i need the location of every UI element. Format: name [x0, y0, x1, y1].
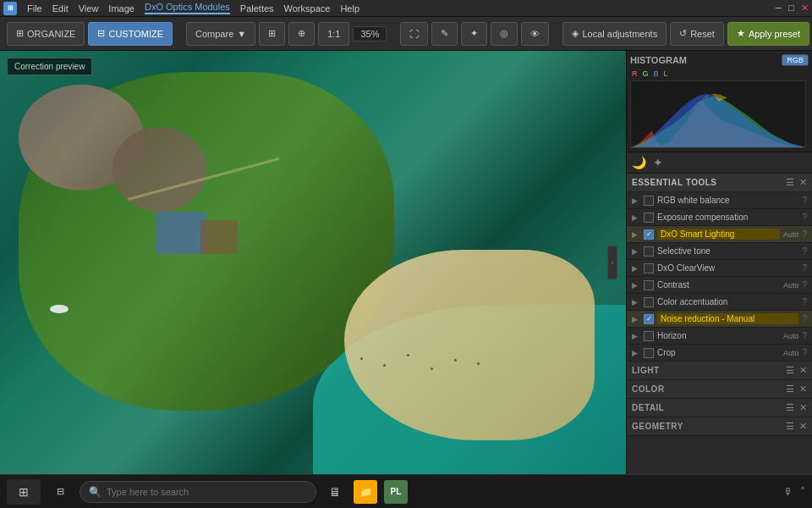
- tool-crop[interactable]: ▶ Crop Auto ?: [627, 345, 812, 362]
- tool-horizon[interactable]: ▶ Horizon Auto ?: [627, 328, 812, 345]
- mic-icon[interactable]: 🎙: [783, 486, 793, 498]
- tool-clearview[interactable]: ▶ DxO ClearView ?: [627, 260, 812, 277]
- tool-label-contrast: Contrast: [657, 280, 780, 290]
- menu-file[interactable]: File: [27, 3, 42, 14]
- help-rgb-wb[interactable]: ?: [802, 196, 807, 205]
- category-light[interactable]: LIGHT ☰ ✕: [627, 362, 812, 380]
- expand-icon-color-acc: ▶: [632, 298, 642, 306]
- window-close[interactable]: ✕: [801, 3, 809, 14]
- hist-b-label[interactable]: B: [654, 69, 659, 78]
- category-color[interactable]: COLOR ☰ ✕: [627, 380, 812, 399]
- tool-smart-lighting[interactable]: ▶ DxO Smart Lighting Auto ?: [627, 226, 812, 243]
- view-mode-btn[interactable]: 👁: [521, 22, 549, 46]
- start-button[interactable]: ⊞: [7, 479, 41, 505]
- straighten-tool[interactable]: ✎: [431, 22, 458, 46]
- help-contrast[interactable]: ?: [802, 280, 807, 290]
- checkbox-clearview[interactable]: [644, 263, 654, 273]
- help-clearview[interactable]: ?: [802, 263, 807, 273]
- tool-exposure[interactable]: ▶ Exposure compensation ?: [627, 209, 812, 226]
- geometry-menu-icon[interactable]: ☰: [786, 421, 794, 432]
- checkbox-smart-lighting[interactable]: [644, 229, 654, 240]
- toolbar: ⊞ ORGANIZE ⊟ CUSTOMIZE Compare ▼ ⊞ ⊕ 1:1…: [0, 17, 812, 51]
- crop-tool[interactable]: ⛶: [400, 22, 428, 46]
- category-geometry-label: GEOMETRY: [632, 422, 683, 431]
- windows-icon: ⊞: [19, 485, 29, 499]
- reset-button[interactable]: ↺ Reset: [670, 22, 724, 46]
- tool-contrast[interactable]: ▶ Contrast Auto ?: [627, 277, 812, 294]
- histogram-title: HISTOGRAM: [630, 55, 687, 65]
- detail-menu-icon[interactable]: ☰: [786, 402, 794, 413]
- menu-edit[interactable]: Edit: [52, 3, 69, 14]
- checkbox-contrast[interactable]: [644, 280, 654, 290]
- sun-icon[interactable]: ✦: [653, 156, 663, 169]
- checkbox-exposure[interactable]: [644, 213, 654, 223]
- color-menu-icon[interactable]: ☰: [786, 384, 794, 395]
- menu-image[interactable]: Image: [108, 3, 134, 14]
- hist-g-label[interactable]: G: [643, 69, 649, 78]
- zoom-percent[interactable]: 35%: [353, 26, 387, 41]
- correction-preview-btn[interactable]: Correction preview: [7, 58, 92, 75]
- section-menu-icon[interactable]: ☰: [786, 177, 794, 188]
- tool-noise-reduction[interactable]: ▶ Noise reduction - Manual ?: [627, 311, 812, 328]
- help-sel-tone[interactable]: ?: [802, 246, 807, 256]
- tool-selective-tone[interactable]: ▶ Selective tone ?: [627, 243, 812, 260]
- local-adjustments-button[interactable]: ◈ Local adjustments: [562, 22, 667, 46]
- repair-tool[interactable]: ✦: [461, 22, 487, 46]
- task-view-button[interactable]: ⊟: [47, 479, 73, 505]
- checkbox-sel-tone[interactable]: [644, 246, 654, 257]
- category-geometry[interactable]: GEOMETRY ☰ ✕: [627, 417, 812, 436]
- help-noise[interactable]: ?: [802, 314, 807, 323]
- taskbar-app-monitor[interactable]: 🖥: [323, 480, 347, 504]
- menu-workspace[interactable]: Workspace: [284, 3, 331, 14]
- checkbox-color-acc[interactable]: [644, 297, 654, 307]
- light-close-icon[interactable]: ✕: [799, 365, 807, 376]
- light-menu-icon[interactable]: ☰: [786, 365, 794, 376]
- local-adj-icon: ◈: [572, 28, 579, 39]
- help-horizon[interactable]: ?: [802, 331, 807, 340]
- checkbox-noise[interactable]: [644, 314, 654, 324]
- color-close-icon[interactable]: ✕: [799, 384, 807, 395]
- zoom-1to1-button[interactable]: 1:1: [318, 22, 349, 46]
- tray-chevron-icon[interactable]: ˄: [800, 486, 805, 498]
- menu-palettes[interactable]: Palettes: [240, 3, 274, 14]
- taskbar-app-files[interactable]: 📁: [354, 480, 377, 504]
- geometry-close-icon[interactable]: ✕: [799, 421, 807, 432]
- main-image: [0, 51, 626, 474]
- help-smart-lighting[interactable]: ?: [802, 229, 807, 239]
- window-maximize[interactable]: □: [788, 3, 794, 14]
- checkbox-rgb-wb[interactable]: [644, 196, 654, 206]
- panel-collapse-tab[interactable]: ›: [607, 246, 617, 279]
- hist-r-label[interactable]: R: [632, 69, 638, 78]
- compare-button[interactable]: Compare ▼: [186, 22, 255, 46]
- taskbar-app-dxo[interactable]: PL: [384, 480, 408, 504]
- task-view-icon: ⊟: [57, 486, 64, 497]
- apply-preset-button[interactable]: ★ Apply preset: [727, 22, 809, 46]
- help-exposure[interactable]: ?: [802, 213, 807, 222]
- checkbox-crop[interactable]: [644, 348, 654, 358]
- hist-l-label[interactable]: L: [664, 69, 668, 78]
- view-options-button[interactable]: ⊞: [259, 22, 285, 46]
- tool-color-accentuation[interactable]: ▶ Color accentuation ?: [627, 294, 812, 311]
- help-color-acc[interactable]: ?: [802, 297, 807, 306]
- zoom-fit-button[interactable]: ⊕: [288, 22, 315, 46]
- taskbar-search-box[interactable]: 🔍: [80, 481, 316, 503]
- menu-dxo-optics[interactable]: DxO Optics Modules: [145, 2, 230, 14]
- window-minimize[interactable]: ─: [776, 3, 782, 14]
- menu-view[interactable]: View: [79, 3, 99, 14]
- red-eye-tool[interactable]: ◎: [491, 22, 518, 46]
- expand-icon-noise: ▶: [632, 315, 642, 323]
- menu-help[interactable]: Help: [340, 3, 359, 14]
- help-crop[interactable]: ?: [802, 348, 807, 357]
- section-close-icon[interactable]: ✕: [799, 177, 807, 188]
- image-area[interactable]: Correction preview: [0, 51, 626, 474]
- checkbox-horizon[interactable]: [644, 331, 654, 341]
- essential-tools-header[interactable]: ESSENTIAL TOOLS ☰ ✕: [627, 174, 812, 192]
- category-detail[interactable]: DETAIL ☰ ✕: [627, 399, 812, 417]
- detail-close-icon[interactable]: ✕: [799, 402, 807, 413]
- taskbar-search-input[interactable]: [107, 487, 307, 497]
- tool-rgb-white-balance[interactable]: ▶ RGB white balance ?: [627, 192, 812, 209]
- moon-icon[interactable]: 🌙: [632, 156, 646, 169]
- organize-button[interactable]: ⊞ ORGANIZE: [7, 22, 85, 46]
- histogram-rgb-btn[interactable]: RGB: [782, 54, 809, 66]
- customize-button[interactable]: ⊟ CUSTOMIZE: [88, 22, 173, 46]
